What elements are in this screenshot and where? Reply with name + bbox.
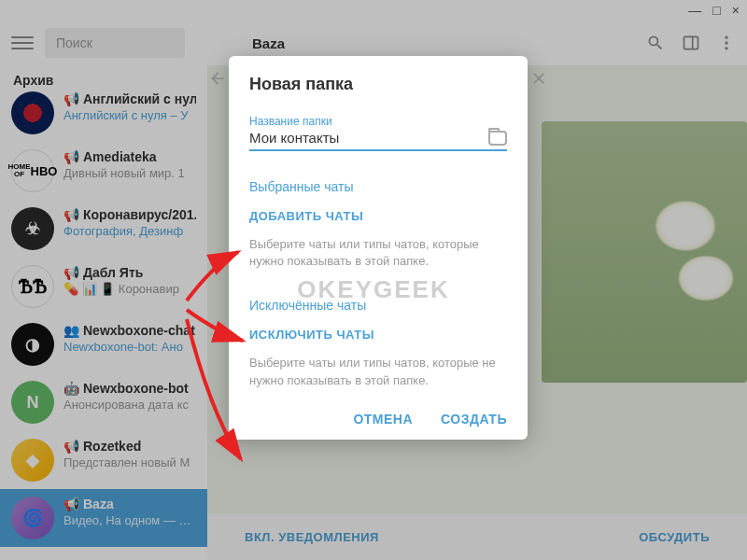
create-button[interactable]: СОЗДАТЬ <box>441 412 507 427</box>
excluded-chats-desc: Выберите чаты или типы чатов, которые не… <box>249 355 507 388</box>
modal-title: Новая папка <box>249 75 507 94</box>
exclude-chats-button[interactable]: ИСКЛЮЧИТЬ ЧАТЫ <box>249 328 507 342</box>
selected-chats-title: Выбранные чаты <box>249 179 507 194</box>
new-folder-modal: Новая папка Название папки Выбранные чат… <box>229 56 528 440</box>
close-icon[interactable] <box>529 69 548 88</box>
back-icon[interactable] <box>208 69 227 88</box>
folder-icon[interactable] <box>488 131 507 146</box>
folder-name-label: Название папки <box>249 115 507 128</box>
selected-chats-desc: Выберите чаты или типы чатов, которые ну… <box>249 236 507 270</box>
cancel-button[interactable]: ОТМЕНА <box>353 412 413 427</box>
folder-name-input[interactable] <box>249 130 488 146</box>
add-chats-button[interactable]: ДОБАВИТЬ ЧАТЫ <box>249 209 507 223</box>
excluded-chats-title: Исключённые чаты <box>249 298 507 313</box>
